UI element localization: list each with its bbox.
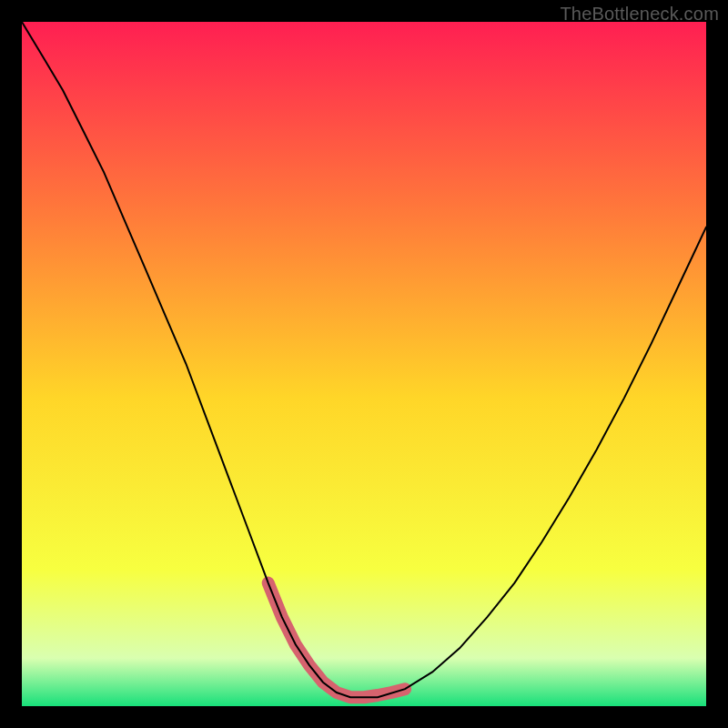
bottleneck-chart <box>22 22 706 706</box>
watermark-text: TheBottleneck.com <box>560 4 719 25</box>
chart-background <box>22 22 706 706</box>
chart-frame <box>22 22 706 706</box>
